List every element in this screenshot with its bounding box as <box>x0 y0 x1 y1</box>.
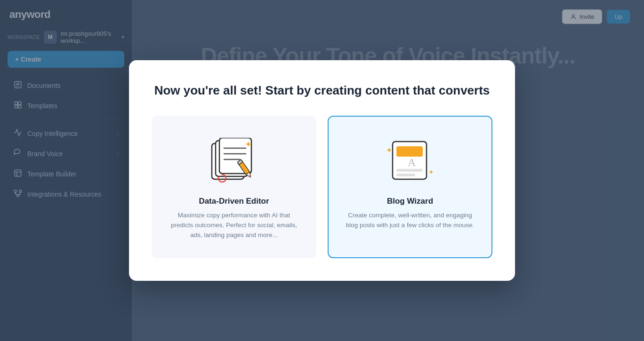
svg-text:✦: ✦ <box>386 146 392 154</box>
svg-rect-24 <box>396 169 423 172</box>
svg-rect-22 <box>396 146 423 157</box>
bw-card-title: Blog Wizard <box>387 197 433 206</box>
svg-text:✦: ✦ <box>428 168 434 176</box>
bw-icon-area: A ✦ ✦ <box>382 135 438 187</box>
dde-illustration: ✦ <box>208 138 260 185</box>
dde-card-title: Data-Driven Editor <box>199 197 269 206</box>
svg-rect-25 <box>396 174 415 176</box>
blog-wizard-card[interactable]: A ✦ ✦ Blog Wizard Create complete, well-… <box>328 116 492 258</box>
modal-backdrop[interactable]: Now you're all set! Start by creating co… <box>0 0 644 341</box>
modal-title: Now you're all set! Start by creating co… <box>152 83 492 99</box>
bw-card-desc: Create complete, well-written, and engag… <box>343 211 477 230</box>
data-driven-editor-card[interactable]: ✦ Data-Driven Editor Maximize copy perfo… <box>152 116 316 258</box>
svg-text:A: A <box>408 156 416 168</box>
onboarding-modal: Now you're all set! Start by creating co… <box>129 60 515 281</box>
dde-icon-area: ✦ <box>206 135 262 187</box>
bw-illustration: A ✦ ✦ <box>384 138 436 185</box>
modal-cards-container: ✦ Data-Driven Editor Maximize copy perfo… <box>152 116 492 258</box>
sparkle1: ✦ <box>245 140 252 149</box>
dde-card-desc: Maximize copy performance with AI that p… <box>167 211 301 240</box>
